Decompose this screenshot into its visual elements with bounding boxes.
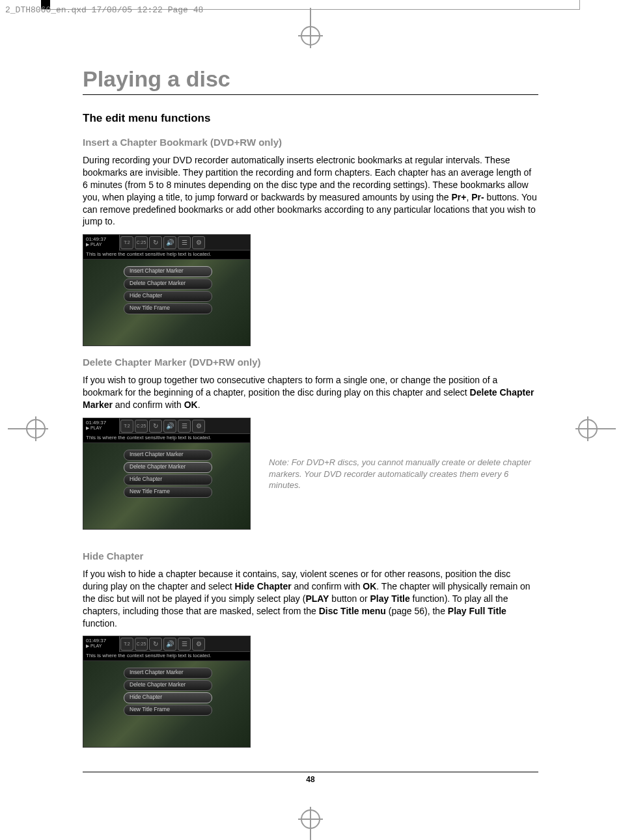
crop-mark-bottom — [301, 809, 320, 829]
screenshot-menu-item: Hide Chapter — [124, 474, 212, 485]
screenshot-help-text: This is where the context sensitive help… — [83, 251, 250, 260]
screenshot-menu: Insert Chapter MarkerDelete Chapter Mark… — [124, 266, 212, 316]
body-paragraph: If you wish to hide a chapter because it… — [83, 568, 538, 629]
page-title: Playing a disc — [83, 66, 538, 92]
title-indicator: T:2 — [120, 236, 133, 249]
body-paragraph: During recording your DVD recorder autom… — [83, 154, 538, 228]
crop-mark-right — [578, 419, 598, 439]
page-number: 48 — [306, 775, 314, 784]
bold-text: OK — [184, 400, 198, 410]
audio-icon: 🔊 — [163, 638, 176, 651]
chapter-indicator: C:25 — [135, 420, 148, 433]
page-content: Playing a disc The edit menu functions I… — [83, 66, 538, 758]
subtitle-icon: ☰ — [178, 236, 191, 249]
screenshot-menu-item: Insert Chapter Marker — [124, 266, 212, 277]
bold-text: Pr- — [471, 192, 484, 202]
audio-icon: 🔊 — [163, 420, 176, 433]
repeat-icon: ↻ — [149, 236, 162, 249]
subtitle-icon: ☰ — [178, 638, 191, 651]
screenshot-time: 01:49:37 — [86, 638, 117, 644]
page-footer: 48 — [83, 772, 538, 784]
bold-text: Disc Title menu — [319, 606, 386, 616]
screenshot-menu-item: New Title Frame — [124, 487, 212, 498]
section-heading: The edit menu functions — [83, 112, 538, 125]
screenshot-time: 01:49:37 — [86, 420, 117, 426]
bold-text: OK — [363, 581, 376, 591]
chapter-indicator: C:25 — [135, 236, 148, 249]
screenshot-menu-item: Insert Chapter Marker — [124, 450, 212, 461]
screenshot-time-box: 01:49:37▶ PLAY — [83, 636, 120, 652]
bold-text: Play Title — [370, 593, 410, 604]
title-indicator: T:2 — [120, 420, 133, 433]
title-indicator: T:2 — [120, 638, 133, 651]
screenshot-menu-item: Insert Chapter Marker — [124, 668, 212, 679]
bold-text: Delete Chapter Marker — [83, 387, 534, 410]
note-text: Note: For DVD+R discs, you cannot manual… — [269, 418, 538, 540]
body-paragraph: If you wish to group together two consec… — [83, 374, 538, 411]
subtitle-icon: ☰ — [178, 420, 191, 433]
menu-screenshot: 01:49:37▶ PLAYT:2C:25↻🔊☰⚙This is where t… — [83, 234, 251, 346]
settings-icon: ⚙ — [192, 420, 205, 433]
screenshot-play-label: ▶ PLAY — [86, 426, 117, 431]
screenshot-menu-item: New Title Frame — [124, 303, 212, 314]
crop-mark-left — [26, 419, 46, 439]
screenshot-menu-item: Delete Chapter Marker — [124, 680, 212, 691]
menu-screenshot: 01:49:37▶ PLAYT:2C:25↻🔊☰⚙This is where t… — [83, 636, 251, 748]
audio-icon: 🔊 — [163, 236, 176, 249]
bold-text: Hide Chapter — [235, 581, 292, 591]
screenshot-time-box: 01:49:37▶ PLAY — [83, 235, 120, 251]
bold-text: Pr+ — [452, 192, 467, 202]
repeat-icon: ↻ — [149, 420, 162, 433]
bold-text: Play Full Title — [448, 606, 506, 616]
crop-mark-top — [301, 26, 320, 46]
screenshot-help-text: This is where the context sensitive help… — [83, 652, 250, 661]
screenshot-row: 01:49:37▶ PLAYT:2C:25↻🔊☰⚙This is where t… — [83, 418, 538, 540]
menu-screenshot: 01:49:37▶ PLAYT:2C:25↻🔊☰⚙This is where t… — [83, 418, 251, 530]
bold-text: PLAY — [305, 593, 329, 604]
subsection-heading: Hide Chapter — [83, 550, 538, 562]
screenshot-menu-item: Delete Chapter Marker — [124, 462, 212, 473]
subsection-heading: Insert a Chapter Bookmark (DVD+RW only) — [83, 137, 538, 148]
document-header: 2_DTH8060_en.qxd 17/08/05 12:22 Page 48 — [5, 5, 203, 15]
title-underline — [83, 94, 538, 95]
settings-icon: ⚙ — [192, 236, 205, 249]
subsection-heading: Delete Chapter Marker (DVD+RW only) — [83, 357, 538, 368]
screenshot-help-text: This is where the context sensitive help… — [83, 434, 250, 443]
screenshot-menu: Insert Chapter MarkerDelete Chapter Mark… — [124, 450, 212, 499]
settings-icon: ⚙ — [192, 638, 205, 651]
screenshot-menu-item: New Title Frame — [124, 705, 212, 716]
screenshot-menu-item: Hide Chapter — [124, 692, 212, 703]
screenshot-menu-item: Hide Chapter — [124, 291, 212, 302]
chapter-indicator: C:25 — [135, 638, 148, 651]
screenshot-menu: Insert Chapter MarkerDelete Chapter Mark… — [124, 668, 212, 717]
screenshot-time-box: 01:49:37▶ PLAY — [83, 418, 120, 434]
repeat-icon: ↻ — [149, 638, 162, 651]
screenshot-play-label: ▶ PLAY — [86, 644, 117, 649]
right-tick — [579, 0, 580, 9]
screenshot-menu-item: Delete Chapter Marker — [124, 278, 212, 290]
screenshot-time: 01:49:37 — [86, 236, 117, 242]
screenshot-play-label: ▶ PLAY — [86, 242, 117, 247]
